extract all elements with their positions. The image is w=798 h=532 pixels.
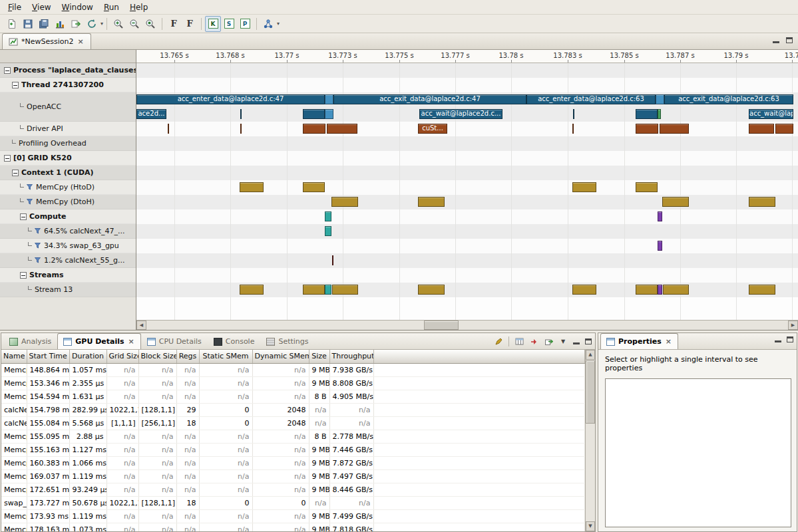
column-header-name[interactable]: Name (1, 350, 27, 363)
timeline-interval[interactable]: acc_enter_data@laplace2d.c:47 (136, 94, 325, 104)
column-header-duration[interactable]: Duration (69, 350, 106, 363)
timeline-interval[interactable] (660, 124, 689, 134)
timeline-tree-row[interactable]: Stream 13 (0, 283, 136, 297)
timeline-interval[interactable] (573, 109, 574, 119)
timeline-interval[interactable] (775, 124, 793, 134)
timeline-tree-row[interactable]: Streams (0, 268, 136, 283)
timeline-tree-row[interactable]: [0] GRID K520 (0, 151, 136, 166)
timeline-tree-row[interactable]: Profiling Overhead (0, 136, 136, 151)
timeline-interval[interactable]: acc_enter_data@laplace2d.c:63 (526, 94, 656, 104)
tab-cpu-details[interactable]: CPU Details (141, 333, 208, 349)
table-row[interactable]: swap_63173.727 ms50.678 µs1022,1,1][128,… (1, 496, 585, 509)
scroll-left-arrow-icon[interactable]: ◀ (136, 321, 146, 330)
dropdown-arrow-icon[interactable]: ▾ (100, 21, 103, 27)
timeline-interval[interactable] (325, 94, 333, 104)
table-vscrollbar[interactable]: ▲ ▼ (585, 350, 595, 531)
timeline-interval[interactable]: acc_exit_data@laplace2d.c:47 (333, 94, 526, 104)
collapse-icon[interactable] (20, 272, 27, 279)
table-row[interactable]: Memcpy173.93 ms1.119 msn/an/an/an/an/a9 … (1, 509, 585, 523)
table-row[interactable]: Memcpy153.346 ms2.355 µsn/an/an/an/an/a9… (1, 376, 585, 390)
marker-back-button[interactable]: F (182, 16, 198, 32)
timeline-interval[interactable]: cuSt... (418, 124, 447, 134)
table-row[interactable]: Memcpy178.163 ms1.073 msn/an/an/an/an/a9… (1, 523, 585, 531)
maximize-icon[interactable] (787, 336, 793, 342)
timeline-tree-row[interactable]: MemCpy (DtoH) (0, 195, 136, 209)
timeline-interval[interactable] (749, 197, 775, 207)
table-row[interactable]: Memcpy169.037 ms1.119 msn/an/an/an/an/a9… (1, 469, 585, 483)
timeline-tree-row[interactable]: 1.2% calcNext_55_g... (0, 253, 136, 268)
column-header-regs[interactable]: Regs (176, 350, 199, 363)
save-session-button[interactable] (20, 16, 36, 32)
timeline-interval[interactable] (658, 211, 662, 221)
timeline-tree-row[interactable]: Driver API (0, 122, 136, 136)
timeline-interval[interactable] (418, 285, 445, 295)
timeline-interval[interactable] (303, 124, 325, 134)
collapse-icon[interactable] (12, 82, 19, 88)
scroll-right-arrow-icon[interactable]: ▶ (788, 321, 798, 330)
zoom-fit-button[interactable] (142, 16, 158, 32)
timeline-tree-row[interactable]: MemCpy (HtoD) (0, 180, 136, 195)
marker-forward-button[interactable]: F (166, 16, 182, 32)
menu-item-run[interactable]: Run (99, 1, 124, 13)
column-header-dynamic-smem[interactable]: Dynamic SMem (252, 350, 309, 363)
timeline-interval[interactable] (662, 197, 689, 207)
maximize-icon[interactable] (786, 37, 793, 43)
zoom-in-button[interactable] (110, 16, 126, 32)
timeline-interval[interactable] (303, 109, 325, 119)
dropdown-arrow-icon[interactable]: ▾ (277, 21, 280, 27)
timeline-interval[interactable] (636, 285, 658, 295)
timeline-interval[interactable] (572, 124, 574, 134)
new-session-button[interactable] (4, 16, 20, 32)
maximize-icon[interactable] (585, 338, 592, 344)
timeline-interval[interactable] (636, 109, 658, 119)
timeline-tree-row[interactable]: Process "laplace_data_clauses 10... (0, 63, 136, 78)
timeline-interval[interactable] (636, 124, 658, 134)
timeline-interval[interactable] (327, 124, 357, 134)
table-row[interactable]: Memcpy154.594 ms1.631 µsn/an/an/an/an/a8… (1, 390, 585, 403)
tab-gpu-details[interactable]: GPU Details× (57, 333, 140, 349)
timeline-interval[interactable] (656, 94, 664, 104)
timeline-tree-row[interactable]: Thread 2741307200 (0, 78, 136, 92)
timeline-tree-row[interactable]: OpenACC (0, 92, 136, 122)
timeline-tree-row[interactable]: Context 1 (CUDA) (0, 166, 136, 180)
column-header-block-size[interactable]: Block Size (138, 350, 176, 363)
menu-item-view[interactable]: View (27, 1, 56, 13)
column-header-size[interactable]: Size (309, 350, 329, 363)
timeline-interval[interactable] (418, 197, 445, 207)
timeline-interval[interactable] (325, 211, 331, 221)
scroll-up-arrow-icon[interactable]: ▲ (586, 350, 595, 360)
menu-item-window[interactable]: Window (57, 1, 99, 13)
minimize-icon[interactable] (573, 338, 580, 344)
chart-view-button[interactable] (52, 16, 68, 32)
menu-item-file[interactable]: File (3, 1, 27, 13)
column-header-throughput[interactable]: Throughput (329, 350, 373, 363)
timeline-interval[interactable] (325, 109, 333, 119)
table-row[interactable]: calcNext155.084 ms5.568 µs[1,1,1][256,1,… (1, 416, 585, 430)
table-row[interactable]: Memcpy160.383 ms1.066 msn/an/an/an/an/a9… (1, 456, 585, 469)
timeline-interval[interactable] (303, 182, 325, 192)
view-menu-icon[interactable]: ▼ (558, 337, 568, 346)
table-row[interactable]: calcNext154.798 ms282.99 µs1022,1,1][128… (1, 403, 585, 416)
scroll-down-arrow-icon[interactable]: ▼ (586, 521, 595, 531)
kernel-toggle-button[interactable]: K (205, 16, 221, 32)
tab-analysis[interactable]: Analysis (3, 333, 57, 349)
vscrollbar-thumb[interactable] (586, 360, 595, 424)
timeline-ruler[interactable]: 13.765 s13.768 s13.77 s13.773 s13.775 s1… (136, 50, 798, 63)
column-header-static-smem[interactable]: Static SMem (199, 350, 252, 363)
timeline-interval[interactable] (658, 285, 662, 295)
timeline-interval[interactable] (636, 182, 658, 192)
timeline-interval[interactable] (658, 109, 661, 119)
timeline-interval[interactable] (658, 241, 662, 251)
timeline-interval[interactable] (749, 124, 774, 134)
minimize-icon[interactable] (773, 37, 779, 43)
export-table-icon[interactable] (544, 337, 553, 346)
table-row[interactable]: Memcpy155.095 ms2.88 µsn/an/an/an/an/a8 … (1, 430, 585, 443)
stream-toggle-button[interactable]: S (221, 16, 237, 32)
timeline-interval[interactable] (325, 285, 331, 295)
collapse-icon[interactable] (20, 213, 27, 220)
hscrollbar-thumb[interactable] (424, 321, 459, 330)
timeline-interval[interactable] (325, 226, 331, 236)
zoom-out-button[interactable] (126, 16, 142, 32)
session-tab[interactable]: *NewSession2 × (2, 33, 91, 49)
goto-timeline-icon[interactable] (529, 337, 538, 346)
